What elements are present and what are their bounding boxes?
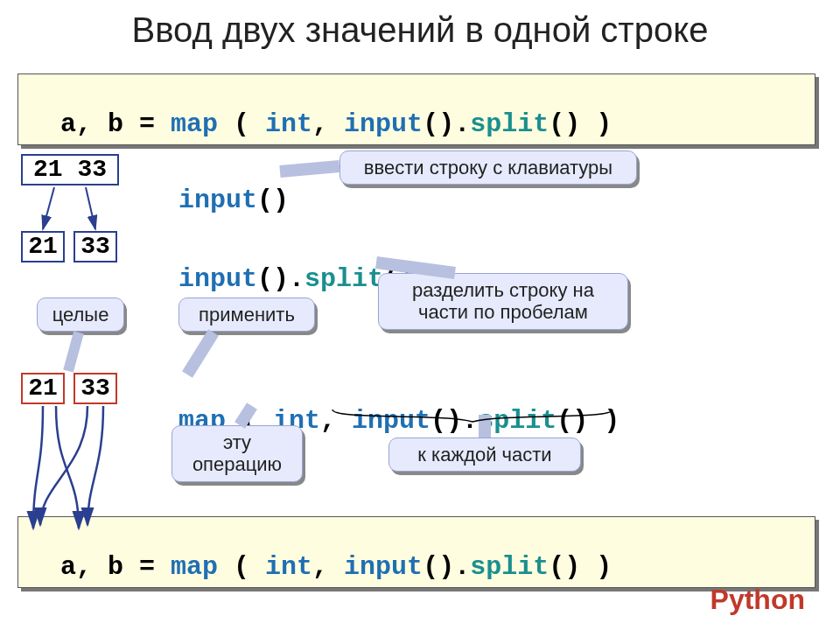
b-dot: . — [454, 552, 470, 582]
b-map: map — [171, 552, 218, 582]
tok-close: ) — [580, 109, 612, 139]
b-open: ( — [218, 552, 265, 582]
tok-par2: () — [549, 109, 580, 139]
page-title: Ввод двух значений в одной строке — [0, 10, 840, 50]
value-pair-string: 21 33 — [21, 154, 119, 186]
callout-each-part: к каждой части — [388, 438, 581, 472]
code-bar-top: a, b = map ( int, input().split() ) — [18, 74, 816, 145]
b-split: split — [470, 552, 549, 582]
b-assign: a, b = — [60, 552, 171, 582]
l3-dot: . — [462, 406, 478, 436]
b-close: ) — [580, 552, 612, 582]
tok-map: map — [171, 109, 218, 139]
l2-input: input — [178, 264, 257, 294]
value-21-int: 21 — [21, 373, 65, 404]
l3-par2: () — [556, 406, 588, 436]
b-int: int — [265, 552, 312, 582]
tok-input: input — [344, 109, 423, 139]
tok-split: split — [470, 109, 549, 139]
l1-input: input — [178, 186, 257, 215]
tok-par1: () — [423, 109, 454, 139]
language-label: Python — [710, 584, 805, 616]
l3-input: input — [352, 406, 430, 436]
callout-int-label: целые — [37, 298, 124, 332]
value-33-int: 33 — [74, 373, 117, 404]
l2-par: () — [257, 264, 289, 294]
l2-dot: . — [289, 264, 304, 294]
callout-split: разделить строку на части по пробелам — [378, 273, 628, 330]
b-comma: , — [312, 552, 344, 582]
tok-dot: . — [454, 109, 470, 139]
callout-this-op: эту операцию — [172, 425, 303, 482]
callout-keyboard: ввести строку с клавиатуры — [340, 150, 637, 185]
b-par1: () — [423, 552, 454, 582]
l3-split: split — [478, 406, 556, 436]
l1-par: () — [257, 186, 289, 215]
tok-comma: , — [312, 109, 344, 139]
tok-open: ( — [218, 109, 265, 139]
tok-int: int — [265, 109, 312, 139]
value-33-str: 33 — [74, 231, 117, 262]
l3-par: () — [430, 406, 462, 436]
b-input: input — [344, 552, 423, 582]
code-line-2: input().split() — [147, 234, 415, 294]
l3-close: ) — [588, 406, 620, 436]
l2-split: split — [304, 264, 383, 294]
code-line-1: input() — [147, 156, 289, 215]
l3-comma: , — [320, 406, 352, 436]
tok-assign: a, b = — [60, 109, 171, 139]
code-bar-bottom: a, b = map ( int, input().split() ) — [18, 516, 816, 588]
value-21-str: 21 — [21, 231, 65, 262]
b-par2: () — [549, 552, 580, 582]
callout-apply: применить — [178, 298, 315, 332]
